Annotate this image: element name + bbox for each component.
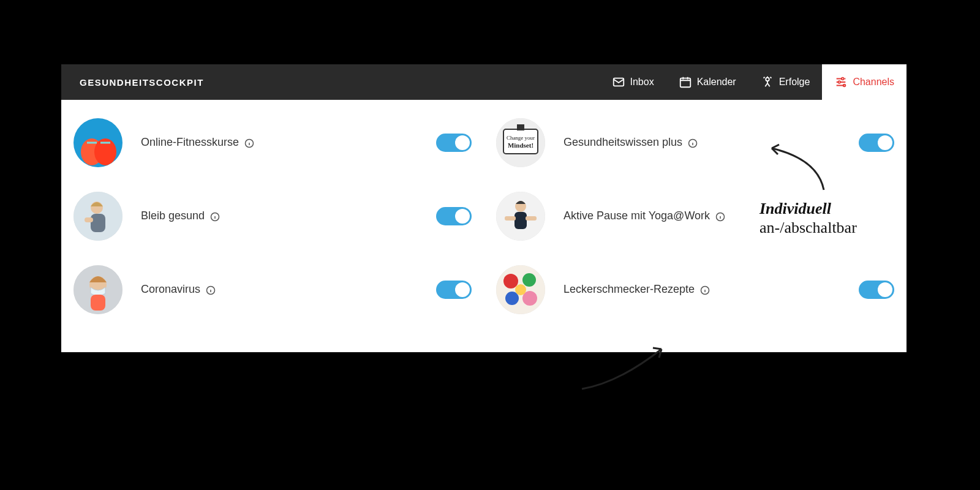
channel-bleib-gesund: Bleib gesund <box>74 192 472 241</box>
svg-rect-19 <box>85 217 93 222</box>
svg-rect-29 <box>91 295 105 311</box>
svg-text:Change your: Change your <box>507 135 535 141</box>
nav-item-channels[interactable]: Channels <box>822 64 907 100</box>
app-header: GESUNDHEITSCOCKPIT Inbox Kalender Erfolg… <box>61 64 907 100</box>
svg-rect-18 <box>91 214 105 232</box>
svg-rect-1 <box>680 78 690 88</box>
channel-toggle[interactable] <box>436 207 472 225</box>
info-icon[interactable] <box>715 212 725 222</box>
channel-avatar <box>74 192 123 241</box>
channel-avatar <box>74 265 123 314</box>
nav-label: Erfolge <box>779 77 810 88</box>
channel-label: Coronavirus <box>141 282 424 297</box>
nav-item-inbox[interactable]: Inbox <box>600 64 666 100</box>
nav-item-erfolge[interactable]: Erfolge <box>748 64 823 100</box>
svg-rect-14 <box>517 124 524 130</box>
channel-avatar: Change yourMindset! <box>496 118 545 167</box>
svg-text:Mindset!: Mindset! <box>508 141 533 149</box>
channel-coronavirus: Coronavirus <box>74 265 472 314</box>
channel-label: Online-Fitnesskurse <box>141 135 424 150</box>
svg-point-2 <box>766 78 769 81</box>
main-nav: Inbox Kalender Erfolge Channels <box>600 64 907 100</box>
channel-label: Bleib gesund <box>141 208 424 224</box>
svg-rect-25 <box>526 216 537 221</box>
sliders-icon <box>834 75 848 89</box>
trophy-icon <box>761 75 774 89</box>
svg-rect-23 <box>514 212 527 229</box>
annotation-arrow-2 <box>576 340 674 395</box>
channel-gesundheitswissen-plus: Change yourMindset! Gesundheitswissen pl… <box>496 118 894 167</box>
info-icon[interactable] <box>206 285 216 295</box>
channel-avatar <box>496 192 545 241</box>
svg-rect-24 <box>505 216 516 221</box>
svg-point-36 <box>515 284 526 295</box>
channel-toggle[interactable] <box>859 281 894 299</box>
channel-toggle[interactable] <box>859 134 894 152</box>
info-icon[interactable] <box>244 138 254 148</box>
nav-label: Inbox <box>630 77 654 88</box>
mail-icon <box>612 75 625 89</box>
nav-label: Channels <box>853 77 894 88</box>
annotation-text: Individuell an-/abschaltbar <box>760 199 857 237</box>
channel-avatar <box>74 118 123 167</box>
info-icon[interactable] <box>700 285 710 295</box>
channel-leckerschmecker-rezepte: Leckerschmecker-Rezepte <box>496 265 894 314</box>
svg-point-4 <box>839 81 841 83</box>
channel-avatar <box>496 265 545 314</box>
channel-label: Leckerschmecker-Rezepte <box>564 282 846 297</box>
nav-item-kalender[interactable]: Kalender <box>666 64 748 100</box>
svg-point-3 <box>842 78 844 80</box>
calendar-icon <box>679 75 692 89</box>
info-icon[interactable] <box>210 212 220 222</box>
nav-label: Kalender <box>697 77 736 88</box>
svg-point-33 <box>522 273 536 287</box>
brand-title: GESUNDHEITSCOCKPIT <box>61 64 600 100</box>
channel-toggle[interactable] <box>436 134 472 152</box>
annotation-arrow-1 <box>760 141 833 196</box>
channel-toggle[interactable] <box>436 281 472 299</box>
info-icon[interactable] <box>688 138 698 148</box>
channel-online-fitnesskurse: Online-Fitnesskurse <box>74 118 472 167</box>
svg-point-32 <box>503 274 518 288</box>
